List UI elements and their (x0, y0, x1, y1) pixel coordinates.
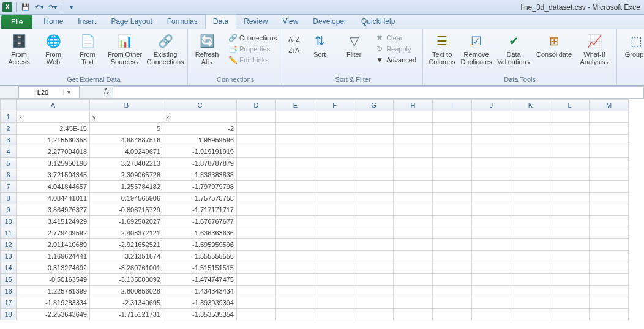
cell[interactable] (590, 251, 629, 262)
cell[interactable] (237, 251, 276, 262)
cell[interactable] (315, 193, 354, 204)
cell[interactable]: -1.692582027 (90, 216, 163, 227)
fx-label[interactable]: fx (104, 87, 109, 97)
cell[interactable] (511, 239, 550, 251)
cell[interactable] (590, 158, 629, 169)
cell[interactable] (237, 204, 276, 216)
cell[interactable] (394, 262, 433, 274)
row-header[interactable]: 8 (1, 193, 17, 204)
tab-review[interactable]: Review (236, 15, 275, 29)
cell[interactable] (511, 262, 550, 274)
cell[interactable] (354, 297, 394, 309)
name-box-input[interactable] (19, 89, 63, 96)
cell[interactable]: -1.838383838 (163, 169, 237, 181)
cell[interactable]: 4.041844657 (17, 181, 90, 193)
cell[interactable] (511, 181, 550, 193)
from-text-button[interactable]: 📄FromText (72, 31, 103, 65)
cell[interactable] (550, 274, 590, 286)
cell[interactable] (472, 227, 511, 239)
cell[interactable] (472, 204, 511, 216)
cell[interactable] (354, 204, 394, 216)
cell[interactable] (433, 239, 472, 251)
cell[interactable] (394, 135, 433, 146)
column-header-H[interactable]: H (394, 100, 433, 111)
cell[interactable] (433, 169, 472, 181)
cell[interactable] (472, 135, 511, 146)
cell[interactable] (433, 123, 472, 135)
cell[interactable] (394, 227, 433, 239)
cell[interactable] (237, 111, 276, 123)
cell[interactable] (590, 262, 629, 274)
cell[interactable] (590, 146, 629, 158)
cell[interactable]: -3.135000092 (90, 274, 163, 286)
cell[interactable] (550, 216, 590, 227)
cell[interactable]: -1.595959596 (163, 239, 237, 251)
row-header[interactable]: 5 (1, 158, 17, 169)
cell[interactable] (394, 146, 433, 158)
cell[interactable] (354, 286, 394, 297)
row-header[interactable]: 10 (1, 216, 17, 227)
cell[interactable]: -1.555555556 (163, 251, 237, 262)
cell[interactable]: 4.084441011 (17, 193, 90, 204)
column-header-L[interactable]: L (550, 100, 590, 111)
cell[interactable] (394, 204, 433, 216)
cell[interactable]: -1.717171717 (163, 204, 237, 216)
cell[interactable]: -2.800856028 (90, 286, 163, 297)
cell[interactable]: -3.21351674 (90, 251, 163, 262)
cell[interactable] (354, 123, 394, 135)
row-header[interactable]: 17 (1, 297, 17, 309)
column-header-E[interactable]: E (276, 100, 315, 111)
cell[interactable] (511, 123, 550, 135)
cell[interactable] (590, 274, 629, 286)
cell[interactable] (354, 181, 394, 193)
cell[interactable] (511, 309, 550, 320)
cell[interactable] (433, 262, 472, 274)
sort-desc-button[interactable]: Z↓A (287, 45, 301, 55)
cell[interactable] (276, 146, 315, 158)
cell[interactable] (590, 204, 629, 216)
cell[interactable] (237, 181, 276, 193)
cell[interactable] (237, 297, 276, 309)
cell[interactable] (472, 146, 511, 158)
cell[interactable]: -2.921652521 (90, 239, 163, 251)
row-header[interactable]: 14 (1, 262, 17, 274)
cell[interactable]: -1.225781399 (17, 286, 90, 297)
cell[interactable] (550, 204, 590, 216)
cell[interactable] (433, 274, 472, 286)
sort-asc-button[interactable]: A↓Z (287, 34, 301, 44)
save-button[interactable]: 💾 (20, 2, 31, 13)
group-button[interactable]: ⬚Group (621, 31, 644, 59)
cell[interactable] (590, 309, 629, 320)
refresh-all-button[interactable]: 🔄RefreshAll (192, 31, 222, 67)
tab-quickhelp[interactable]: QuickHelp (354, 15, 402, 29)
cell[interactable] (237, 193, 276, 204)
cell[interactable] (590, 239, 629, 251)
cell[interactable] (550, 251, 590, 262)
cell[interactable] (276, 111, 315, 123)
column-header-C[interactable]: C (163, 100, 237, 111)
cell[interactable] (433, 181, 472, 193)
cell[interactable] (472, 297, 511, 309)
name-box[interactable]: ▼ (18, 86, 80, 98)
cell[interactable]: z (163, 111, 237, 123)
tab-insert[interactable]: Insert (70, 15, 103, 29)
cell[interactable]: 0.194565906 (90, 193, 163, 204)
cell[interactable] (590, 135, 629, 146)
cell[interactable] (550, 181, 590, 193)
cell[interactable]: 3.721504345 (17, 169, 90, 181)
cell[interactable]: -1.636363636 (163, 227, 237, 239)
cell[interactable] (237, 262, 276, 274)
cell[interactable] (354, 239, 394, 251)
cell[interactable] (354, 193, 394, 204)
cell[interactable]: 5 (90, 123, 163, 135)
cell[interactable] (276, 216, 315, 227)
cell[interactable] (237, 239, 276, 251)
cell[interactable] (276, 158, 315, 169)
cell[interactable]: y (90, 111, 163, 123)
cell[interactable] (472, 216, 511, 227)
cell[interactable] (511, 227, 550, 239)
cell[interactable] (394, 181, 433, 193)
cell[interactable]: 3.864976377 (17, 204, 90, 216)
cell[interactable]: 2.309065728 (90, 169, 163, 181)
cell[interactable]: -1.434343434 (163, 286, 237, 297)
